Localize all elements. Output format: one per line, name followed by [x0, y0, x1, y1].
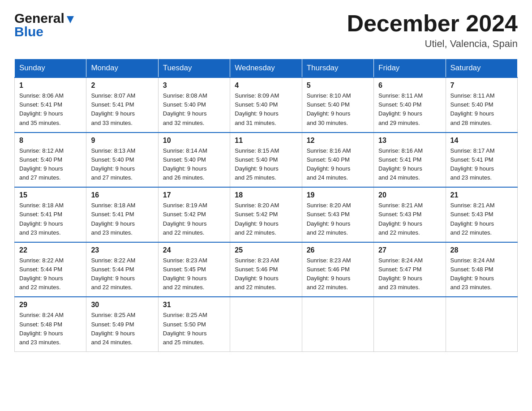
day-info: Sunrise: 8:18 AM Sunset: 5:41 PM Dayligh…: [19, 201, 82, 237]
svg-marker-0: [67, 16, 74, 23]
day-cell-6: 6 Sunrise: 8:11 AM Sunset: 5:40 PM Dayli…: [374, 77, 446, 133]
day-number: 16: [91, 191, 153, 199]
day-info: Sunrise: 8:25 AM Sunset: 5:50 PM Dayligh…: [163, 311, 225, 347]
day-number: 21: [450, 191, 513, 199]
day-number: 8: [19, 137, 82, 145]
day-cell-4: 4 Sunrise: 8:09 AM Sunset: 5:40 PM Dayli…: [230, 77, 302, 133]
day-number: 9: [91, 137, 153, 145]
day-number: 17: [163, 191, 225, 199]
day-cell-5: 5 Sunrise: 8:10 AM Sunset: 5:40 PM Dayli…: [302, 77, 373, 133]
day-number: 5: [307, 81, 369, 90]
day-number: 10: [163, 137, 225, 145]
day-info: Sunrise: 8:17 AM Sunset: 5:41 PM Dayligh…: [450, 146, 513, 183]
day-cell-31: 31 Sunrise: 8:25 AM Sunset: 5:50 PM Dayl…: [158, 297, 230, 351]
day-info: Sunrise: 8:24 AM Sunset: 5:48 PM Dayligh…: [450, 256, 513, 292]
month-title: December 2024: [347, 11, 518, 36]
day-cell-13: 13 Sunrise: 8:16 AM Sunset: 5:41 PM Dayl…: [374, 133, 446, 188]
day-number: 28: [450, 246, 513, 254]
day-info: Sunrise: 8:09 AM Sunset: 5:40 PM Dayligh…: [235, 91, 297, 128]
calendar-header-row: SundayMondayTuesdayWednesdayThursdayFrid…: [15, 59, 518, 78]
day-info: Sunrise: 8:21 AM Sunset: 5:43 PM Dayligh…: [450, 201, 513, 237]
day-number: 25: [235, 246, 297, 254]
page-header: General Blue December 2024 Utiel, Valenc…: [14, 11, 518, 50]
day-number: 7: [450, 81, 513, 90]
col-header-thursday: Thursday: [302, 59, 373, 78]
day-info: Sunrise: 8:08 AM Sunset: 5:40 PM Dayligh…: [163, 91, 225, 128]
day-info: Sunrise: 8:11 AM Sunset: 5:40 PM Dayligh…: [378, 91, 441, 128]
day-cell-8: 8 Sunrise: 8:12 AM Sunset: 5:40 PM Dayli…: [15, 133, 86, 188]
day-info: Sunrise: 8:21 AM Sunset: 5:43 PM Dayligh…: [378, 201, 441, 237]
day-cell-24: 24 Sunrise: 8:23 AM Sunset: 5:45 PM Dayl…: [158, 242, 230, 297]
day-cell-2: 2 Sunrise: 8:07 AM Sunset: 5:41 PM Dayli…: [86, 77, 158, 133]
day-info: Sunrise: 8:12 AM Sunset: 5:40 PM Dayligh…: [19, 146, 82, 183]
day-number: 6: [378, 81, 441, 90]
day-number: 1: [19, 81, 82, 90]
day-number: 4: [235, 81, 297, 90]
day-info: Sunrise: 8:23 AM Sunset: 5:46 PM Dayligh…: [235, 256, 297, 292]
week-row-5: 29 Sunrise: 8:24 AM Sunset: 5:48 PM Dayl…: [15, 297, 518, 351]
day-cell-9: 9 Sunrise: 8:13 AM Sunset: 5:40 PM Dayli…: [86, 133, 158, 188]
col-header-sunday: Sunday: [15, 59, 86, 78]
week-row-4: 22 Sunrise: 8:22 AM Sunset: 5:44 PM Dayl…: [15, 242, 518, 297]
day-number: 12: [307, 137, 369, 145]
day-number: 15: [19, 191, 82, 199]
day-cell-17: 17 Sunrise: 8:19 AM Sunset: 5:42 PM Dayl…: [158, 187, 230, 242]
day-cell-30: 30 Sunrise: 8:25 AM Sunset: 5:49 PM Dayl…: [86, 297, 158, 351]
day-info: Sunrise: 8:20 AM Sunset: 5:42 PM Dayligh…: [235, 201, 297, 237]
day-cell-20: 20 Sunrise: 8:21 AM Sunset: 5:43 PM Dayl…: [374, 187, 446, 242]
day-cell-12: 12 Sunrise: 8:16 AM Sunset: 5:40 PM Dayl…: [302, 133, 373, 188]
logo-general-text: General: [14, 11, 64, 26]
day-cell-27: 27 Sunrise: 8:24 AM Sunset: 5:47 PM Dayl…: [374, 242, 446, 297]
day-info: Sunrise: 8:13 AM Sunset: 5:40 PM Dayligh…: [91, 146, 153, 183]
col-header-monday: Monday: [86, 59, 158, 78]
day-cell-16: 16 Sunrise: 8:18 AM Sunset: 5:41 PM Dayl…: [86, 187, 158, 242]
col-header-wednesday: Wednesday: [230, 59, 302, 78]
day-number: 27: [378, 246, 441, 254]
day-number: 24: [163, 246, 225, 254]
day-info: Sunrise: 8:16 AM Sunset: 5:41 PM Dayligh…: [378, 146, 441, 183]
logo-triangle-icon: [65, 14, 75, 24]
day-info: Sunrise: 8:20 AM Sunset: 5:43 PM Dayligh…: [307, 201, 369, 237]
day-number: 3: [163, 81, 225, 90]
day-number: 30: [91, 301, 153, 309]
logo-blue-text: Blue: [14, 24, 43, 39]
empty-cell: [230, 297, 302, 351]
day-info: Sunrise: 8:06 AM Sunset: 5:41 PM Dayligh…: [19, 91, 82, 128]
empty-cell: [302, 297, 373, 351]
day-cell-7: 7 Sunrise: 8:11 AM Sunset: 5:40 PM Dayli…: [446, 77, 517, 133]
title-area: December 2024 Utiel, Valencia, Spain: [347, 11, 518, 50]
empty-cell: [374, 297, 446, 351]
day-cell-1: 1 Sunrise: 8:06 AM Sunset: 5:41 PM Dayli…: [15, 77, 86, 133]
day-number: 20: [378, 191, 441, 199]
col-header-tuesday: Tuesday: [158, 59, 230, 78]
week-row-3: 15 Sunrise: 8:18 AM Sunset: 5:41 PM Dayl…: [15, 187, 518, 242]
day-info: Sunrise: 8:24 AM Sunset: 5:48 PM Dayligh…: [19, 311, 82, 347]
day-cell-3: 3 Sunrise: 8:08 AM Sunset: 5:40 PM Dayli…: [158, 77, 230, 133]
day-info: Sunrise: 8:07 AM Sunset: 5:41 PM Dayligh…: [91, 91, 153, 128]
day-number: 11: [235, 137, 297, 145]
col-header-saturday: Saturday: [446, 59, 517, 78]
day-number: 26: [307, 246, 369, 254]
day-number: 2: [91, 81, 153, 90]
day-cell-25: 25 Sunrise: 8:23 AM Sunset: 5:46 PM Dayl…: [230, 242, 302, 297]
day-info: Sunrise: 8:14 AM Sunset: 5:40 PM Dayligh…: [163, 146, 225, 183]
week-row-1: 1 Sunrise: 8:06 AM Sunset: 5:41 PM Dayli…: [15, 77, 518, 133]
day-cell-18: 18 Sunrise: 8:20 AM Sunset: 5:42 PM Dayl…: [230, 187, 302, 242]
day-info: Sunrise: 8:22 AM Sunset: 5:44 PM Dayligh…: [19, 256, 82, 292]
day-info: Sunrise: 8:16 AM Sunset: 5:40 PM Dayligh…: [307, 146, 369, 183]
day-cell-14: 14 Sunrise: 8:17 AM Sunset: 5:41 PM Dayl…: [446, 133, 517, 188]
day-cell-28: 28 Sunrise: 8:24 AM Sunset: 5:48 PM Dayl…: [446, 242, 517, 297]
day-info: Sunrise: 8:23 AM Sunset: 5:46 PM Dayligh…: [307, 256, 369, 292]
day-cell-15: 15 Sunrise: 8:18 AM Sunset: 5:41 PM Dayl…: [15, 187, 86, 242]
day-info: Sunrise: 8:15 AM Sunset: 5:40 PM Dayligh…: [235, 146, 297, 183]
day-info: Sunrise: 8:23 AM Sunset: 5:45 PM Dayligh…: [163, 256, 225, 292]
empty-cell: [446, 297, 517, 351]
day-info: Sunrise: 8:25 AM Sunset: 5:49 PM Dayligh…: [91, 311, 153, 347]
day-cell-23: 23 Sunrise: 8:22 AM Sunset: 5:44 PM Dayl…: [86, 242, 158, 297]
day-info: Sunrise: 8:22 AM Sunset: 5:44 PM Dayligh…: [91, 256, 153, 292]
day-number: 14: [450, 137, 513, 145]
day-number: 13: [378, 137, 441, 145]
day-info: Sunrise: 8:10 AM Sunset: 5:40 PM Dayligh…: [307, 91, 369, 128]
day-info: Sunrise: 8:18 AM Sunset: 5:41 PM Dayligh…: [91, 201, 153, 237]
col-header-friday: Friday: [374, 59, 446, 78]
